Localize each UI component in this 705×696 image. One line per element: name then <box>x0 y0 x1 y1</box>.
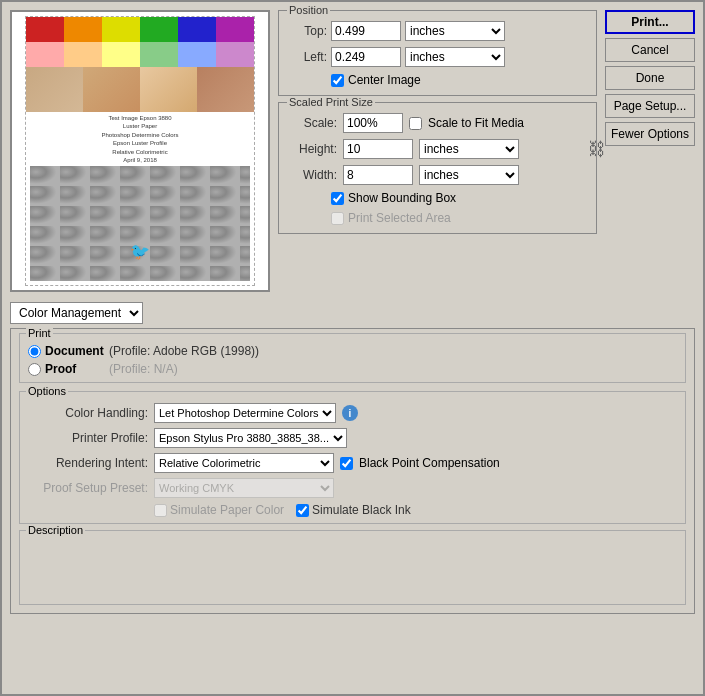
main-panel: Print Document (Profile: Adobe RGB (1998… <box>10 328 695 614</box>
show-bounding-box-checkbox[interactable] <box>331 192 344 205</box>
proof-row: Proof (Profile: N/A) <box>28 362 677 376</box>
scaled-print-panel: Scaled Print Size Scale: Scale to Fit Me… <box>278 102 597 234</box>
color-swatch <box>216 17 254 42</box>
width-input[interactable] <box>343 165 413 185</box>
center-image-checkbox[interactable] <box>331 74 344 87</box>
center-image-row: Center Image <box>331 73 588 87</box>
faces-row <box>26 67 254 112</box>
height-row: Height: inches cm mm ⛓ <box>287 139 588 159</box>
proof-setup-row: Proof Setup Preset: Working CMYK <box>28 478 677 498</box>
scale-input[interactable] <box>343 113 403 133</box>
color-handling-row: Color Handling: Let Photoshop Determine … <box>28 403 677 423</box>
face-image <box>197 67 254 112</box>
top-label: Top: <box>287 24 327 38</box>
color-swatch <box>64 42 102 67</box>
preview-text-line4: Epson Luster Profile <box>101 139 178 147</box>
simulate-paper-label: Simulate Paper Color <box>154 503 284 517</box>
color-mgmt-dropdown-bar: Color Management Output <box>10 302 143 324</box>
print-section: Print Document (Profile: Adobe RGB (1998… <box>19 333 686 383</box>
preview-text-line5: Relative Colorimetric <box>101 148 178 156</box>
black-point-label: Black Point Compensation <box>359 456 500 470</box>
proof-label: Proof <box>45 362 105 376</box>
document-row: Document (Profile: Adobe RGB (1998)) <box>28 344 677 358</box>
top-row: Top: inches cm mm <box>287 21 588 41</box>
color-swatch <box>26 42 64 67</box>
color-handling-label: Color Handling: <box>28 406 148 420</box>
scale-label: Scale: <box>287 116 337 130</box>
rendering-intent-row: Rendering Intent: Relative Colorimetric … <box>28 453 677 473</box>
color-swatch <box>216 42 254 67</box>
scaled-legend: Scaled Print Size <box>287 96 375 108</box>
center-image-label: Center Image <box>348 73 421 87</box>
left-unit-select[interactable]: inches cm mm <box>405 47 505 67</box>
width-label: Width: <box>287 168 337 182</box>
color-swatch <box>178 42 216 67</box>
left-label: Left: <box>287 50 327 64</box>
printer-profile-row: Printer Profile: Epson Stylus Pro 3880_3… <box>28 428 677 448</box>
print-button[interactable]: Print... <box>605 10 695 34</box>
page-setup-button[interactable]: Page Setup... <box>605 94 695 118</box>
document-profile: (Profile: Adobe RGB (1998)) <box>109 344 259 358</box>
rendering-intent-label: Rendering Intent: <box>28 456 148 470</box>
color-mgmt-select[interactable]: Color Management Output <box>10 302 143 324</box>
preview-inner: Test Image Epson 3880 Luster Paper Photo… <box>25 16 255 286</box>
top-input[interactable] <box>331 21 401 41</box>
face-image <box>83 67 140 112</box>
buttons-panel: Print... Cancel Done Page Setup... Fewer… <box>605 10 695 292</box>
color-handling-select[interactable]: Let Photoshop Determine Colors Let Print… <box>154 403 336 423</box>
color-handling-info-icon[interactable]: i <box>342 405 358 421</box>
print-selected-checkbox[interactable] <box>331 212 344 225</box>
proof-profile: (Profile: N/A) <box>109 362 178 376</box>
proof-setup-select: Working CMYK <box>154 478 334 498</box>
scale-to-fit-checkbox[interactable] <box>409 117 422 130</box>
done-button[interactable]: Done <box>605 66 695 90</box>
color-swatch <box>64 17 102 42</box>
preview-text: Test Image Epson 3880 Luster Paper Photo… <box>101 112 178 166</box>
description-section: Description <box>19 530 686 605</box>
cancel-button[interactable]: Cancel <box>605 38 695 62</box>
left-row: Left: inches cm mm <box>287 47 588 67</box>
printer-profile-label: Printer Profile: <box>28 431 148 445</box>
height-label: Height: <box>287 142 337 156</box>
black-point-checkbox[interactable] <box>340 457 353 470</box>
print-legend: Print <box>26 327 53 339</box>
rendering-intent-select[interactable]: Relative Colorimetric Perceptual Saturat… <box>154 453 334 473</box>
fewer-options-button[interactable]: Fewer Options <box>605 122 695 146</box>
color-swatch <box>178 17 216 42</box>
scale-row: Scale: Scale to Fit Media <box>287 113 588 133</box>
face-image <box>140 67 197 112</box>
simulate-paper-checkbox <box>154 504 167 517</box>
simulate-black-label: Simulate Black Ink <box>296 503 411 517</box>
print-preview: Test Image Epson 3880 Luster Paper Photo… <box>10 10 270 292</box>
simulate-black-checkbox[interactable] <box>296 504 309 517</box>
left-input[interactable] <box>331 47 401 67</box>
color-chart <box>26 17 254 67</box>
description-legend: Description <box>26 524 85 536</box>
color-swatch <box>102 42 140 67</box>
print-selected-label: Print Selected Area <box>348 211 451 225</box>
position-legend: Position <box>287 4 330 16</box>
printer-profile-select[interactable]: Epson Stylus Pro 3880_3885_38... sRGB IE… <box>154 428 347 448</box>
document-label: Document <box>45 344 105 358</box>
proof-setup-label: Proof Setup Preset: <box>28 481 148 495</box>
photo-preview: 🐦 <box>30 166 250 281</box>
options-legend: Options <box>26 385 68 397</box>
color-swatch <box>102 17 140 42</box>
height-input[interactable] <box>343 139 413 159</box>
preview-text-line3: Photoshop Determine Colors <box>101 131 178 139</box>
proof-radio[interactable] <box>28 363 41 376</box>
preview-text-line6: April 9, 2018 <box>101 156 178 164</box>
width-row: Width: inches cm mm <box>287 165 588 185</box>
height-unit-select[interactable]: inches cm mm <box>419 139 519 159</box>
preview-text-line2: Luster Paper <box>101 122 178 130</box>
options-section: Options Color Handling: Let Photoshop De… <box>19 391 686 524</box>
width-unit-select[interactable]: inches cm mm <box>419 165 519 185</box>
right-panels: Position Top: inches cm mm Left: inches <box>278 10 597 292</box>
document-radio[interactable] <box>28 345 41 358</box>
bounding-box-row: Show Bounding Box <box>331 191 588 205</box>
top-unit-select[interactable]: inches cm mm <box>405 21 505 41</box>
color-management-section: Color Management Output Print Document (… <box>10 302 695 614</box>
show-bounding-box-label: Show Bounding Box <box>348 191 456 205</box>
bird-silhouette: 🐦 <box>130 242 150 261</box>
color-swatch <box>26 17 64 42</box>
